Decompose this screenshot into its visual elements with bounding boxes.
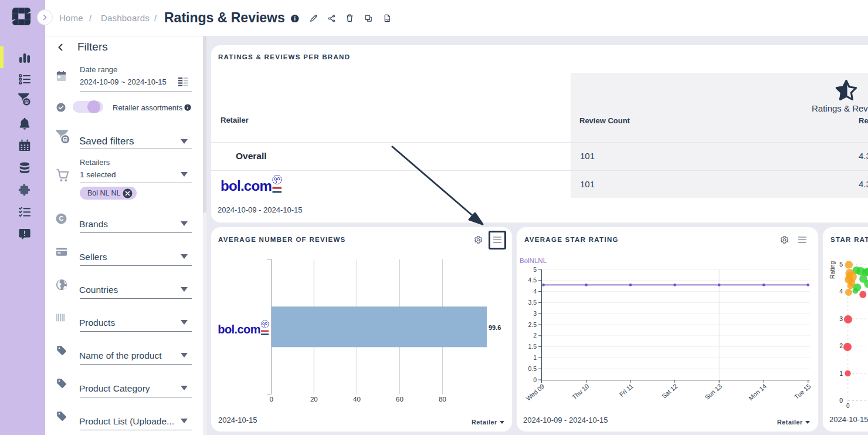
svg-text:4: 4 xyxy=(533,288,537,295)
svg-text:3.5: 3.5 xyxy=(528,299,537,306)
svg-text:5: 5 xyxy=(839,261,843,268)
svg-text:40: 40 xyxy=(353,396,361,403)
svg-text:0: 0 xyxy=(839,397,843,404)
svg-text:Sat 12: Sat 12 xyxy=(660,382,679,400)
svg-text:60: 60 xyxy=(396,396,404,403)
svg-text:Sun 13: Sun 13 xyxy=(703,382,723,401)
svg-text:2.5: 2.5 xyxy=(528,321,537,328)
svg-text:0: 0 xyxy=(269,396,273,403)
svg-text:Rating: Rating xyxy=(829,261,836,279)
svg-text:5: 5 xyxy=(533,266,537,273)
svg-text:80: 80 xyxy=(439,396,446,403)
svg-text:1: 1 xyxy=(839,370,843,377)
svg-text:Tue 15: Tue 15 xyxy=(793,382,812,400)
svg-text:20: 20 xyxy=(310,396,318,403)
svg-text:bol.com: bol.com xyxy=(221,178,272,194)
svg-text:Thu 10: Thu 10 xyxy=(571,382,590,400)
svg-text:Wed 09: Wed 09 xyxy=(525,382,546,402)
svg-text:C: C xyxy=(59,215,64,222)
svg-text:0.5: 0.5 xyxy=(528,365,537,372)
svg-text:0: 0 xyxy=(846,403,850,409)
svg-text:2: 2 xyxy=(533,332,537,339)
svg-text:Fri 11: Fri 11 xyxy=(618,382,635,398)
svg-text:bol.com: bol.com xyxy=(218,323,260,336)
svg-text:PDF: PDF xyxy=(386,19,390,21)
svg-text:0: 0 xyxy=(533,376,537,383)
svg-text:2: 2 xyxy=(839,342,843,349)
svg-text:1: 1 xyxy=(533,354,537,361)
svg-text:4: 4 xyxy=(839,288,843,295)
svg-text:Mon 14: Mon 14 xyxy=(747,382,768,402)
svg-text:1.5: 1.5 xyxy=(528,343,537,350)
svg-text:4.5: 4.5 xyxy=(528,276,537,284)
svg-text:99.6: 99.6 xyxy=(489,324,501,331)
svg-text:3: 3 xyxy=(839,315,843,322)
svg-text:3: 3 xyxy=(533,310,537,317)
